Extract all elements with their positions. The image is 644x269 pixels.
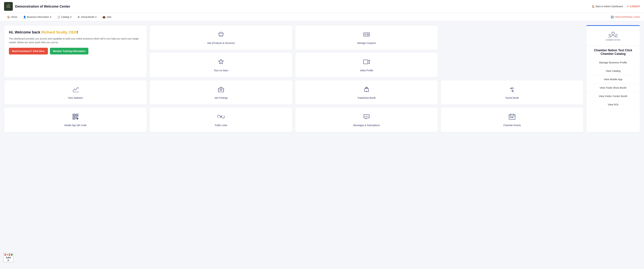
sidebar-view-mobile-app[interactable]: View Mobile App [586, 75, 640, 84]
tourist-icon [508, 86, 516, 94]
svg-text:LOCAL: LOCAL [6, 6, 10, 8]
svg-point-4 [220, 36, 220, 37]
jobs-card[interactable]: Job Postings [150, 80, 292, 105]
chart-icon [72, 86, 79, 94]
svg-point-39 [366, 116, 367, 117]
stars-label: Toss Us Stars [214, 69, 228, 72]
qr-icon [72, 113, 79, 122]
navbar: 🏠 Home 👤 Business Information ▾ 📋 Catalo… [0, 13, 644, 21]
dropdown-icon: ▾ [50, 16, 51, 18]
svg-point-3 [8, 4, 9, 5]
statistics-label: View Statistics [68, 96, 83, 99]
stars-card[interactable]: Toss Us Stars [150, 52, 292, 77]
tradeshow-card[interactable]: Tradeshow Booth [295, 80, 438, 105]
sidebar-links: Manage Business Profile View Catalog Vie… [586, 58, 640, 109]
welcome-name: Richard Scully, CEO [41, 30, 77, 34]
assistance-button[interactable]: Need Assistance? Click Here. [9, 48, 48, 54]
svg-point-14 [609, 34, 610, 36]
monitor-icon: 🖥 [78, 16, 80, 18]
svg-point-13 [612, 32, 614, 35]
svg-point-5 [222, 36, 222, 37]
links-label: Public Links [215, 124, 228, 126]
catalog-icon: 📋 [57, 16, 60, 18]
row3-cards: Mobile App QR Code Public Links [4, 108, 584, 132]
coupons-label: Manage Coupons [357, 42, 376, 44]
tourist-label: Tourist Booth [505, 96, 519, 99]
links-icon [217, 113, 225, 122]
header: SHOP LOCAL Demonstration of Welcome Cent… [0, 0, 644, 13]
links-card[interactable]: Public Links [150, 108, 292, 132]
person-icon: 👤 [23, 16, 26, 18]
sidebar-title: Chamber Nation Test Click Chamber Catalo… [586, 46, 640, 58]
svg-rect-42 [509, 114, 515, 119]
svg-rect-12 [364, 60, 368, 64]
page-title: Demonstration of Welcome Center [15, 4, 70, 8]
svg-rect-37 [77, 118, 78, 119]
training-button[interactable]: Member Training Information [50, 48, 88, 54]
nav-jobs[interactable]: 💼 Jobs [100, 13, 114, 21]
home-icon: 🏠 [592, 5, 594, 8]
video-card[interactable]: Video Profile [295, 52, 438, 77]
messages-card[interactable]: Messages & Subcriptions [295, 108, 438, 132]
tradeshow-icon [363, 86, 370, 94]
svg-rect-33 [74, 118, 74, 119]
jobs-label: Job Postings [214, 96, 228, 99]
star-icon [217, 58, 225, 67]
svg-point-22 [366, 87, 367, 88]
back-admin-button[interactable]: 🏠 Back to Admin Dashboard [592, 5, 623, 8]
messages-label: Messages & Subcriptions [353, 124, 380, 126]
nav-catalog[interactable]: 📋 Catalog ▾ [54, 13, 74, 21]
ticket-icon [363, 31, 370, 40]
coupons-card[interactable]: Manage Coupons [295, 25, 438, 50]
svg-rect-34 [76, 117, 76, 118]
welcome-card: Hi, Welcome back Richard Scully, CEO! Th… [4, 25, 147, 77]
chamber-nation-logo: CHAMBER NATION [605, 30, 622, 42]
logout-button[interactable]: ↩ LOGOUT [627, 5, 640, 8]
sidebar-logo-area: CHAMBER NATION [586, 26, 640, 46]
info-icon: ℹ️ [611, 16, 614, 18]
welcome-description: This dashboard provides you access and c… [9, 37, 142, 44]
sidebar-manage-profile[interactable]: Manage Business Profile [586, 58, 640, 67]
sidebar-view-visitor[interactable]: View Visitor Center Booth [586, 92, 640, 100]
sidebar-view-roi[interactable]: View ROI [586, 100, 640, 109]
nav-business-info[interactable]: 👤 Business Information ▾ [20, 13, 54, 21]
svg-rect-46 [510, 117, 512, 118]
svg-point-7 [364, 34, 366, 35]
sidebar-panel: CHAMBER NATION Chamber Nation Test Click… [586, 25, 640, 132]
svg-point-15 [616, 34, 617, 36]
basket-icon [217, 31, 225, 40]
statistics-card[interactable]: View Statistics [4, 80, 147, 105]
page-layout: Hi, Welcome back Richard Scully, CEO! Th… [0, 21, 644, 136]
dropdown-icon-3: ▾ [95, 16, 96, 18]
nav-virtual-booth[interactable]: 🖥 Virtual Booth ▾ [74, 13, 100, 21]
svg-point-41 [368, 116, 368, 117]
sidebar-view-tradeshow[interactable]: View Trade Show Booth [586, 84, 640, 92]
sidebar-view-catalog[interactable]: View Catalog [586, 67, 640, 75]
row2-cards: View Statistics Job Postings [4, 80, 584, 105]
svg-rect-29 [74, 115, 74, 116]
logout-icon: ↩ [627, 5, 629, 8]
logo: SHOP LOCAL [4, 2, 13, 11]
welcome-title: Hi, Welcome back Richard Scully, CEO! [9, 30, 142, 34]
video-icon [363, 58, 370, 67]
ads-card[interactable]: Ads (Products & Services) [150, 25, 292, 50]
svg-rect-31 [76, 115, 78, 116]
nav-home[interactable]: 🏠 Home [4, 13, 20, 21]
messages-icon [363, 113, 370, 122]
video-label: Video Profile [360, 69, 373, 72]
briefcase-icon [217, 86, 225, 94]
jobs-icon: 💼 [102, 16, 105, 18]
tourist-card[interactable]: Tourist Booth [441, 80, 584, 105]
welcome-buttons: Need Assistance? Click Here. Member Trai… [9, 48, 142, 54]
nav-left: 🏠 Home 👤 Business Information ▾ 📋 Catalo… [4, 13, 114, 21]
events-card[interactable]: Chamber Events [441, 108, 584, 132]
header-right: 🏠 Back to Admin Dashboard ↩ LOGOUT [592, 5, 640, 8]
top-cards-area: Ads (Products & Services) Manage Coupons [150, 25, 438, 77]
dropdown-icon-2: ▾ [70, 16, 72, 18]
svg-point-40 [365, 116, 366, 117]
header-left: SHOP LOCAL Demonstration of Welcome Cent… [4, 2, 70, 11]
qr-card[interactable]: Mobile App QR Code [4, 108, 147, 132]
view-logs-button[interactable]: ℹ️ VIEW INTERNAL LOGS [611, 16, 640, 18]
home-nav-icon: 🏠 [7, 16, 10, 18]
qr-label: Mobile App QR Code [64, 124, 86, 126]
